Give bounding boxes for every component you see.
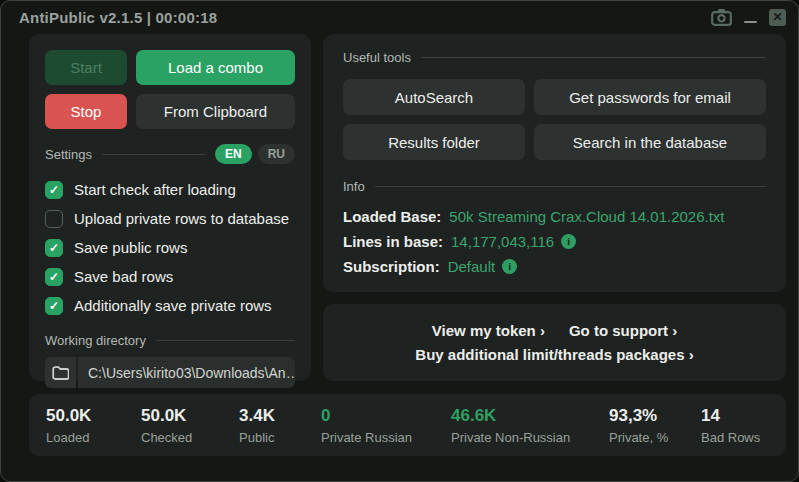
stat-value: 93,3% — [609, 406, 701, 426]
results-folder-button[interactable]: Results folder — [343, 124, 525, 160]
stat-label: Private, % — [609, 430, 701, 445]
loaded-base-value: 50k Streaming Crax.Cloud 14.01.2026.txt — [449, 208, 724, 225]
checkbox-save-public-rows[interactable]: ✓ Save public rows — [45, 233, 295, 262]
stats-bar: 50.0K Loaded 50.0K Checked 3.4K Public 0… — [29, 394, 786, 456]
view-token-link[interactable]: View my token › — [432, 322, 545, 339]
info-divider — [375, 186, 766, 187]
checkbox-icon[interactable]: ✓ — [45, 181, 63, 199]
working-directory-section: Working directory C:\Users\kirito03\Down… — [45, 333, 295, 388]
stat-label: Bad Rows — [701, 430, 760, 445]
stat-private-percent: 93,3% Private, % — [609, 406, 701, 445]
buy-packages-link[interactable]: Buy additional limit/threads packages › — [415, 346, 693, 363]
checkbox-label: Upload private rows to database — [74, 210, 289, 227]
info-tooltip-icon[interactable]: i — [561, 234, 576, 249]
lang-ru-toggle[interactable]: RU — [258, 144, 295, 164]
info-row-label: Lines in base: — [343, 233, 443, 250]
info-row-lines-in-base: Lines in base: 14,177,043,116 i — [343, 229, 766, 254]
settings-checkboxes: ✓ Start check after loading ✓ Upload pri… — [45, 175, 295, 320]
checkbox-label: Save public rows — [74, 239, 187, 256]
info-row-loaded-base: Loaded Base: 50k Streaming Crax.Cloud 14… — [343, 204, 766, 229]
stat-value: 50.0K — [46, 406, 141, 426]
working-directory-path[interactable]: C:\Users\kirito03\Downloads\An… — [78, 357, 295, 388]
info-row-label: Loaded Base: — [343, 208, 441, 225]
settings-label: Settings — [45, 147, 92, 162]
links-row-top: View my token › Go to support › — [432, 322, 677, 339]
run-buttons: Start Load a combo Stop From Clipboard — [45, 50, 295, 129]
working-directory-label: Working directory — [45, 333, 146, 348]
checkbox-upload-private-rows[interactable]: ✓ Upload private rows to database — [45, 204, 295, 233]
info-row-subscription: Subscription: Default i — [343, 254, 766, 279]
settings-divider — [102, 154, 205, 155]
info-tooltip-icon[interactable]: i — [502, 259, 517, 274]
go-to-support-link[interactable]: Go to support › — [569, 322, 677, 339]
minimize-icon[interactable] — [744, 9, 757, 25]
useful-tools-label: Useful tools — [343, 50, 411, 65]
info-row-label: Subscription: — [343, 258, 440, 275]
settings-header: Settings EN RU — [45, 144, 295, 164]
working-directory-input-group: C:\Users\kirito03\Downloads\An… — [45, 357, 295, 388]
stop-button[interactable]: Stop — [45, 94, 127, 129]
tools-info-panel: Useful tools AutoSearch Get passwords fo… — [323, 34, 786, 292]
links-panel: View my token › Go to support › Buy addi… — [323, 304, 786, 381]
links-row-bottom: Buy additional limit/threads packages › — [415, 346, 693, 363]
get-passwords-button[interactable]: Get passwords for email — [534, 79, 766, 115]
lines-in-base-value: 14,177,043,116 — [451, 233, 554, 250]
checkbox-icon[interactable]: ✓ — [45, 268, 63, 286]
stat-private-russian: 0 Private Russian — [321, 406, 451, 445]
stat-value: 3.4K — [239, 406, 321, 426]
checkbox-icon[interactable]: ✓ — [45, 210, 63, 228]
title-bar: AntiPublic v2.1.5 | 00:00:18 ✕ — [1, 1, 798, 33]
useful-tools-buttons: AutoSearch Get passwords for email Resul… — [343, 79, 766, 160]
search-database-button[interactable]: Search in the database — [534, 124, 766, 160]
stat-value: 0 — [321, 406, 451, 426]
checkbox-label: Start check after loading — [74, 181, 236, 198]
folder-icon — [52, 366, 69, 380]
info-rows: Loaded Base: 50k Streaming Crax.Cloud 14… — [343, 204, 766, 279]
load-combo-button[interactable]: Load a combo — [136, 50, 295, 85]
stat-checked: 50.0K Checked — [141, 406, 239, 445]
from-clipboard-button[interactable]: From Clipboard — [136, 94, 295, 129]
checkbox-save-bad-rows[interactable]: ✓ Save bad rows — [45, 262, 295, 291]
checkbox-label: Save bad rows — [74, 268, 173, 285]
screenshot-camera-icon[interactable] — [711, 9, 732, 26]
checkbox-label: Additionally save private rows — [74, 297, 272, 314]
start-button[interactable]: Start — [45, 50, 127, 85]
autosearch-button[interactable]: AutoSearch — [343, 79, 525, 115]
working-directory-divider — [156, 340, 295, 341]
stat-private-non-russian: 46.6K Private Non-Russian — [451, 406, 609, 445]
subscription-value: Default — [448, 258, 496, 275]
checkbox-start-check-after-loading[interactable]: ✓ Start check after loading — [45, 175, 295, 204]
stat-value: 14 — [701, 406, 760, 426]
stat-value: 50.0K — [141, 406, 239, 426]
stat-public: 3.4K Public — [239, 406, 321, 445]
close-icon[interactable]: ✕ — [769, 9, 786, 26]
window-title: AntiPublic v2.1.5 | 00:00:18 — [19, 9, 217, 26]
checkbox-icon[interactable]: ✓ — [45, 239, 63, 257]
window-controls: ✕ — [711, 9, 786, 26]
app-window: AntiPublic v2.1.5 | 00:00:18 ✕ Start Loa… — [0, 0, 799, 482]
lang-en-toggle[interactable]: EN — [215, 144, 252, 164]
stat-label: Loaded — [46, 430, 141, 445]
stat-label: Private Non-Russian — [451, 430, 609, 445]
stat-bad-rows: 14 Bad Rows — [701, 406, 760, 445]
useful-tools-header: Useful tools — [343, 50, 766, 65]
stat-label: Checked — [141, 430, 239, 445]
browse-folder-button[interactable] — [45, 357, 76, 388]
info-header: Info — [343, 179, 766, 194]
stat-value: 46.6K — [451, 406, 609, 426]
useful-tools-divider — [421, 57, 766, 58]
checkbox-additionally-save-private-rows[interactable]: ✓ Additionally save private rows — [45, 291, 295, 320]
info-label: Info — [343, 179, 365, 194]
stat-label: Public — [239, 430, 321, 445]
control-panel: Start Load a combo Stop From Clipboard S… — [29, 34, 311, 381]
stat-loaded: 50.0K Loaded — [46, 406, 141, 445]
checkbox-icon[interactable]: ✓ — [45, 297, 63, 315]
stat-label: Private Russian — [321, 430, 451, 445]
working-directory-header: Working directory — [45, 333, 295, 348]
